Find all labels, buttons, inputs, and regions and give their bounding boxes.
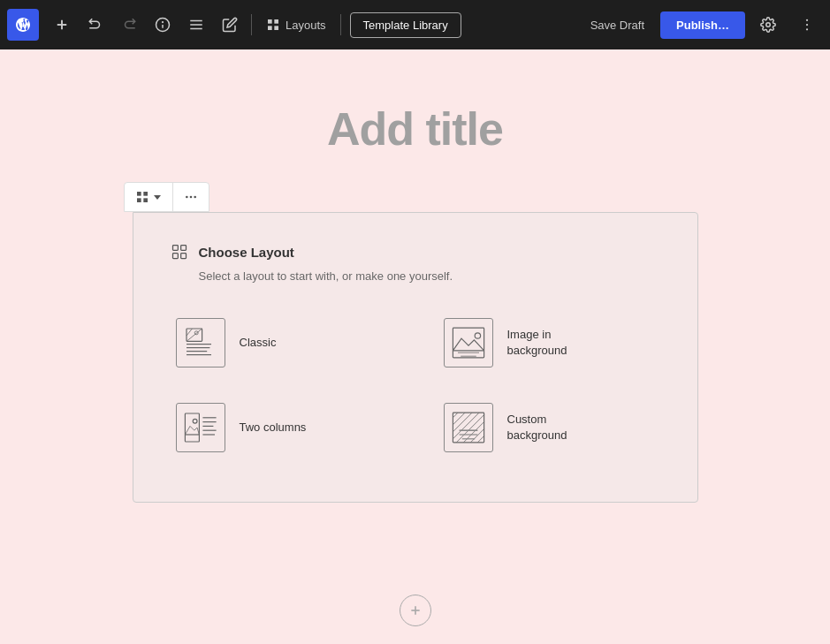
layout-panel-subtitle: Select a layout to start with, or make o… bbox=[169, 269, 662, 283]
svg-rect-18 bbox=[137, 198, 141, 202]
two-columns-layout-icon bbox=[176, 403, 225, 452]
image-background-layout-label: Image inbackground bbox=[507, 327, 567, 359]
svg-point-21 bbox=[186, 196, 188, 199]
svg-rect-27 bbox=[180, 254, 186, 259]
undo-button[interactable] bbox=[80, 9, 111, 41]
block-toolbar-wrapper bbox=[124, 182, 209, 212]
classic-layout-icon bbox=[176, 318, 225, 367]
svg-point-43 bbox=[193, 419, 197, 423]
add-block-bottom-button[interactable] bbox=[400, 595, 431, 626]
svg-line-51 bbox=[453, 413, 465, 425]
layout-option-image-background[interactable]: Image inbackground bbox=[437, 311, 662, 375]
svg-rect-24 bbox=[172, 246, 178, 251]
svg-rect-11 bbox=[274, 26, 278, 30]
top-toolbar: Layouts Template Library Save Draft Publ… bbox=[0, 0, 830, 49]
block-toolbar bbox=[124, 182, 209, 212]
classic-layout-label: Classic bbox=[240, 335, 277, 351]
list-view-button[interactable] bbox=[180, 9, 212, 41]
add-block-toolbar-button[interactable] bbox=[46, 9, 78, 41]
layout-options-grid: Classic Image inbackground bbox=[169, 311, 662, 459]
svg-rect-17 bbox=[143, 192, 148, 196]
layout-panel: Choose Layout Select a layout to start w… bbox=[133, 212, 698, 503]
svg-line-30 bbox=[187, 329, 192, 336]
svg-rect-8 bbox=[268, 19, 272, 24]
wp-logo[interactable] bbox=[7, 9, 39, 41]
svg-point-13 bbox=[806, 19, 808, 21]
block-type-button[interactable] bbox=[125, 183, 173, 211]
two-columns-layout-label: Two columns bbox=[240, 420, 307, 436]
more-options-button[interactable] bbox=[791, 9, 823, 41]
template-library-button[interactable]: Template Library bbox=[350, 12, 461, 38]
layout-panel-title: Choose Layout bbox=[199, 245, 294, 260]
svg-line-57 bbox=[477, 436, 484, 443]
layout-panel-header: Choose Layout bbox=[169, 241, 662, 262]
redo-button[interactable] bbox=[113, 9, 145, 41]
custom-background-layout-icon bbox=[444, 403, 493, 452]
canvas-area: Add title bbox=[0, 49, 830, 644]
toolbar-divider-1 bbox=[251, 14, 252, 35]
custom-background-layout-label: Custombackground bbox=[507, 412, 567, 443]
edit-button[interactable] bbox=[214, 9, 246, 41]
svg-rect-16 bbox=[137, 192, 141, 196]
svg-point-12 bbox=[766, 23, 771, 27]
svg-point-38 bbox=[475, 333, 480, 338]
svg-point-15 bbox=[806, 28, 808, 30]
svg-line-54 bbox=[456, 415, 484, 443]
toolbar-left-group: Layouts Template Library bbox=[46, 9, 582, 41]
svg-point-23 bbox=[194, 196, 196, 199]
svg-rect-26 bbox=[172, 254, 178, 259]
layout-option-classic[interactable]: Classic bbox=[169, 311, 394, 375]
svg-point-22 bbox=[190, 196, 193, 199]
svg-rect-9 bbox=[274, 19, 278, 24]
block-more-button[interactable] bbox=[173, 183, 209, 211]
publish-button[interactable]: Publish… bbox=[660, 11, 745, 39]
svg-line-50 bbox=[453, 413, 458, 418]
settings-button[interactable] bbox=[752, 9, 784, 41]
add-title-placeholder[interactable]: Add title bbox=[327, 102, 503, 155]
layout-option-custom-background[interactable]: Custombackground bbox=[437, 396, 662, 459]
svg-point-14 bbox=[806, 24, 808, 26]
layout-panel-icon bbox=[169, 241, 190, 262]
info-button[interactable] bbox=[147, 9, 179, 41]
svg-rect-19 bbox=[143, 198, 148, 202]
svg-rect-10 bbox=[268, 26, 272, 30]
layouts-button[interactable]: Layouts bbox=[257, 12, 335, 37]
save-draft-button[interactable]: Save Draft bbox=[582, 13, 653, 37]
svg-rect-25 bbox=[180, 246, 186, 251]
toolbar-right-group: Save Draft Publish… bbox=[582, 9, 823, 41]
toolbar-divider-2 bbox=[340, 14, 341, 35]
svg-line-29 bbox=[187, 329, 202, 341]
layouts-label: Layouts bbox=[286, 19, 326, 32]
image-background-layout-icon bbox=[444, 318, 493, 367]
layout-option-two-columns[interactable]: Two columns bbox=[169, 396, 394, 459]
svg-rect-36 bbox=[453, 328, 484, 358]
svg-marker-20 bbox=[154, 195, 161, 200]
